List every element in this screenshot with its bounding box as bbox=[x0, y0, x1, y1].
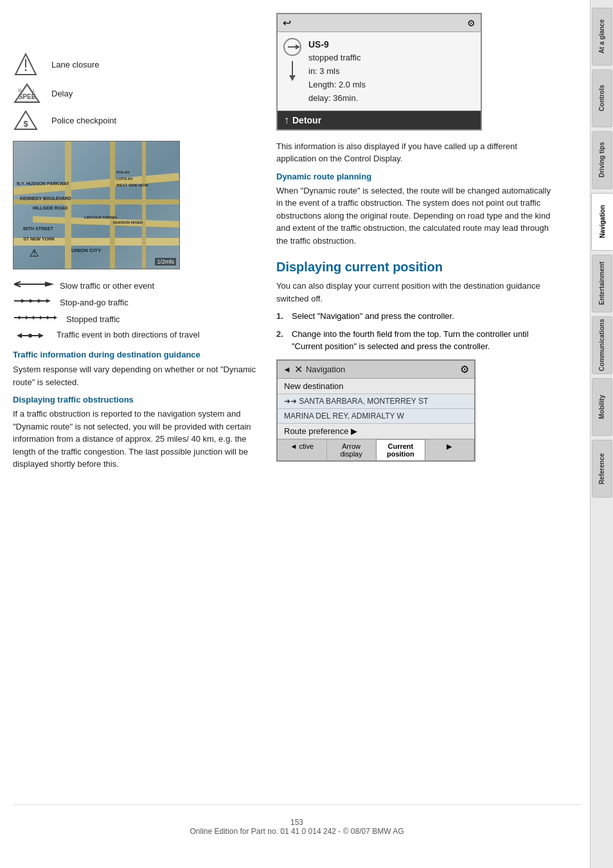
settings-icon[interactable]: ⚙ bbox=[467, 18, 475, 28]
traffic-in: in: 3 mls bbox=[308, 65, 366, 78]
traffic-symbols-section: Slow traffic or other event bbox=[13, 279, 263, 343]
nav-header-text: ◄ ✕ Navigation bbox=[283, 363, 345, 375]
nav-menu-header: ◄ ✕ Navigation ⚙ bbox=[278, 361, 474, 379]
dynamic-route-heading: Dynamic route planning bbox=[276, 172, 558, 181]
svg-marker-11 bbox=[45, 282, 54, 287]
nav-settings-icon[interactable]: ⚙ bbox=[460, 363, 469, 375]
nav-menu-footer: ◄ ctive Arrow display Current position ▶ bbox=[278, 439, 474, 460]
stop-go-label: Stop-and-go traffic bbox=[60, 298, 129, 307]
nav-menu-box: ◄ ✕ Navigation ⚙ New destination ➜➜ SANT… bbox=[276, 359, 475, 462]
map-image: N.Y. HUDSON PARKWAY 5TH AV LOTH AV WEST … bbox=[13, 141, 180, 269]
step-2: 2. Change into the fourth field from the… bbox=[276, 328, 558, 353]
nav-header-label: Navigation bbox=[306, 365, 345, 374]
stop-go-row: Stop-and-go traffic bbox=[13, 296, 263, 309]
traffic-text-area: US-9 stopped traffic in: 3 mls Length: 2… bbox=[308, 37, 366, 105]
nav-new-destination[interactable]: New destination bbox=[278, 379, 474, 394]
traffic-info-box: ↩ ⚙ bbox=[276, 13, 482, 131]
traffic-delay: delay: 36min. bbox=[308, 92, 366, 105]
delay-icon: SPEE D L bbox=[13, 82, 45, 104]
bidirectional-label: Traffic event in both directions of trav… bbox=[57, 329, 200, 341]
traffic-obstructions-heading: Displaying traffic obstructions bbox=[13, 395, 263, 404]
traffic-dest-heading: Traffic information during destination g… bbox=[13, 350, 263, 359]
icon-row-police: $ Police checkpoint bbox=[13, 109, 263, 131]
traffic-status: stopped traffic bbox=[308, 51, 366, 65]
traffic-info-footer: ↑ Detour bbox=[278, 111, 481, 129]
sidebar-tabs: At a glance Controls Driving tips Naviga… bbox=[590, 0, 613, 868]
nav-footer-current-pos[interactable]: Current position bbox=[376, 439, 426, 461]
traffic-dest-body: System response will vary depending on w… bbox=[13, 363, 263, 388]
bidirectional-row: Traffic event in both directions of trav… bbox=[13, 329, 263, 343]
svg-marker-34 bbox=[17, 333, 22, 338]
svg-marker-21 bbox=[46, 299, 51, 303]
svg-marker-33 bbox=[54, 316, 57, 320]
svg-point-2 bbox=[25, 69, 27, 71]
sidebar-tab-entertainment[interactable]: Entertainment bbox=[592, 255, 612, 312]
sidebar-tab-communications[interactable]: Communications bbox=[592, 316, 612, 374]
nav-icon: ✕ bbox=[294, 363, 303, 375]
sidebar-tab-navigation[interactable]: Navigation bbox=[591, 193, 613, 251]
sidebar-tab-mobility[interactable]: Mobility bbox=[592, 378, 612, 436]
info-text-box: This information is also displayed if yo… bbox=[276, 140, 558, 165]
route-name: US-9 bbox=[308, 37, 366, 51]
svg-text:$: $ bbox=[23, 119, 28, 129]
traffic-icon-area bbox=[283, 37, 302, 105]
sidebar-tab-at-a-glance[interactable]: At a glance bbox=[592, 8, 612, 66]
traffic-obstructions-body: If a traffic obstruction is reported to … bbox=[13, 408, 263, 471]
police-label: Police checkpoint bbox=[51, 116, 116, 125]
traffic-icon-svg bbox=[283, 37, 302, 57]
svg-marker-41 bbox=[296, 44, 300, 50]
svg-text:D: D bbox=[18, 88, 21, 93]
nav-destination-1[interactable]: ➜➜ SANTA BARBARA, MONTERREY ST bbox=[278, 394, 474, 409]
nav-footer-next[interactable]: ▶ bbox=[425, 440, 474, 460]
nav-footer-arrow[interactable]: Arrow display bbox=[327, 440, 377, 460]
back-arrow-icon[interactable]: ↩ bbox=[283, 17, 291, 29]
police-icon: $ bbox=[13, 109, 45, 131]
icons-section: Lane closure SPEE D L Delay bbox=[13, 51, 263, 131]
page-number: 153 bbox=[290, 818, 303, 827]
sidebar-tab-driving-tips[interactable]: Driving tips bbox=[592, 131, 612, 189]
footer-text: Online Edition for Part no. 01 41 0 014 … bbox=[190, 827, 404, 836]
direction-arrow-icon bbox=[286, 60, 299, 82]
stopped-label: Stopped traffic bbox=[66, 314, 120, 324]
icon-row-lane-closure: Lane closure bbox=[13, 51, 263, 77]
svg-marker-43 bbox=[289, 75, 296, 81]
page-footer: 153 Online Edition for Part no. 01 41 0 … bbox=[13, 804, 581, 849]
step-1: 1. Select "Navigation" and press the con… bbox=[276, 310, 558, 323]
sidebar-tab-controls[interactable]: Controls bbox=[592, 69, 612, 127]
slow-traffic-row: Slow traffic or other event bbox=[13, 279, 263, 292]
step-1-num: 1. bbox=[276, 310, 287, 323]
traffic-length: Length: 2.0 mls bbox=[308, 78, 366, 92]
svg-text:L: L bbox=[33, 88, 35, 93]
slow-traffic-icon bbox=[13, 279, 55, 292]
current-position-heading: Displaying current position bbox=[276, 260, 558, 275]
nav-route-preference[interactable]: Route preference ▶ bbox=[278, 424, 474, 439]
step-1-text: Select "Navigation" and press the contro… bbox=[292, 310, 454, 323]
bidirectional-icon bbox=[13, 330, 51, 343]
current-position-body: You can also display your current positi… bbox=[276, 280, 558, 305]
svg-marker-38 bbox=[39, 333, 44, 338]
detour-arrow-icon: ↑ bbox=[284, 114, 289, 126]
nav-back-icon[interactable]: ◄ bbox=[283, 365, 291, 374]
stop-go-icon bbox=[13, 296, 55, 309]
detour-label: Detour bbox=[292, 115, 321, 125]
slow-traffic-label: Slow traffic or other event bbox=[60, 281, 154, 291]
stopped-traffic-row: Stopped traffic bbox=[13, 312, 263, 325]
step-2-text: Change into the fourth field from the to… bbox=[292, 328, 558, 353]
lane-closure-icon bbox=[13, 51, 45, 77]
svg-text:SPEE: SPEE bbox=[19, 93, 36, 100]
sidebar-tab-reference[interactable]: Reference bbox=[592, 440, 612, 498]
delay-label: Delay bbox=[51, 89, 73, 98]
icon-row-delay: SPEE D L Delay bbox=[13, 82, 263, 104]
stopped-icon bbox=[13, 312, 61, 325]
nav-footer-active[interactable]: ◄ ctive bbox=[278, 440, 327, 460]
nav-destination-2[interactable]: MARINA DEL REY, ADMIRALTY W bbox=[278, 409, 474, 424]
traffic-info-area: ↩ ⚙ bbox=[276, 13, 558, 247]
traffic-info-body: US-9 stopped traffic in: 3 mls Length: 2… bbox=[278, 32, 481, 111]
lane-closure-label: Lane closure bbox=[51, 60, 99, 69]
step-2-num: 2. bbox=[276, 328, 287, 353]
traffic-info-header: ↩ ⚙ bbox=[278, 14, 481, 32]
steps-list: 1. Select "Navigation" and press the con… bbox=[276, 310, 558, 353]
dynamic-route-body: When "Dynamic route" is selected, the ro… bbox=[276, 185, 558, 248]
